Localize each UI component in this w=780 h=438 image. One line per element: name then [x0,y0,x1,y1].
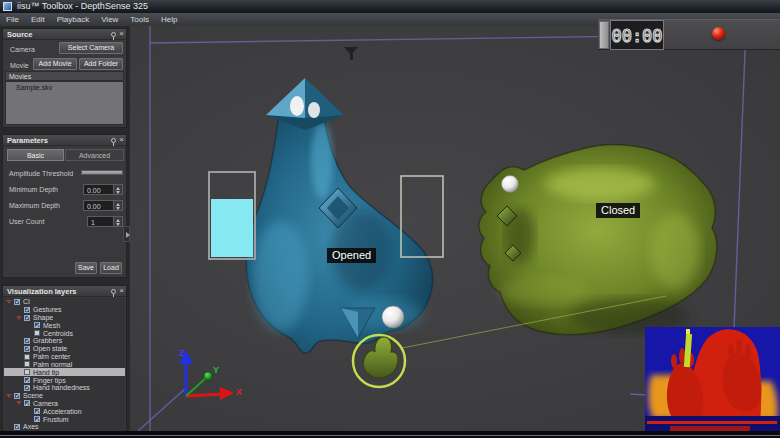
movies-group-header: Movies [5,71,124,81]
tab-basic[interactable]: Basic [7,149,64,161]
add-folder-button[interactable]: Add Folder [79,58,123,70]
filter-icon[interactable] [342,46,360,62]
layer-row-finger-tips[interactable]: Finger tips [4,376,125,384]
layer-label: Shape [33,314,53,321]
x-axis-arrow-icon [220,387,234,400]
amplitude-threshold-slider[interactable] [81,170,123,175]
checkbox-icon[interactable] [24,385,30,391]
checkbox-icon[interactable] [34,408,40,414]
checkbox-icon[interactable] [24,307,30,313]
checkbox-icon[interactable] [24,315,30,321]
parameters-panel: Parameters × Basic Advanced Amplitude Th… [2,134,127,278]
3d-viewport[interactable]: Z X Y [130,26,780,431]
close-icon[interactable]: × [119,136,124,144]
pin-icon[interactable] [111,289,116,294]
checkbox-icon[interactable] [34,322,40,328]
layer-row-palm-normal[interactable]: Palm normal [4,361,125,369]
palm-sphere-marker [382,306,404,328]
checkbox-icon[interactable] [24,400,30,406]
expand-arrow-icon[interactable] [16,401,22,405]
spinner-buttons[interactable] [113,201,122,210]
toolbar-drag-handle[interactable] [599,21,609,49]
pin-icon[interactable] [111,138,116,143]
add-movie-button[interactable]: Add Movie [33,58,77,70]
layer-row-hand-handedness[interactable]: Hand handedness [4,384,125,392]
maximum-depth-input[interactable]: 0.00 [83,200,123,211]
window-title: iisu™ Toolbox - DepthSense 325 [17,0,148,13]
close-icon[interactable]: × [119,287,124,295]
layer-label: Acceleration [43,408,82,415]
menu-view[interactable]: View [95,13,124,26]
layer-row-grabbers[interactable]: Grabbers [4,337,125,345]
layer-row-hand-tip[interactable]: Hand tip [4,368,125,376]
layer-label: Hand tip [33,369,59,376]
checkbox-icon[interactable] [14,393,20,399]
checkbox-icon[interactable] [24,361,30,367]
layer-label: Mesh [43,322,60,329]
checkbox-icon[interactable] [24,377,30,383]
layer-row-open-state[interactable]: Open state [4,345,125,353]
menu-edit[interactable]: Edit [25,13,51,26]
camera-label: Camera [10,46,35,53]
layer-row-camera[interactable]: Camera [4,400,125,408]
closed-hand-mesh [479,145,717,335]
layer-row-centroids[interactable]: Centroids [4,329,125,337]
select-camera-button[interactable]: Select Camera [59,42,123,54]
minimum-depth-label: Minimum Depth [9,186,58,193]
save-button[interactable]: Save [75,262,97,274]
menu-tools[interactable]: Tools [124,13,155,26]
amplitude-threshold-label: Amplitude Threshold [9,170,73,177]
user-count-input[interactable]: 1 [87,216,123,227]
movies-list[interactable]: Sample.skv [5,81,124,125]
layer-label: Finger tips [33,377,66,384]
layer-row-frustum[interactable]: Frustum [4,415,125,423]
parameters-panel-header[interactable]: Parameters × [3,135,126,146]
record-button[interactable] [712,27,725,40]
checkbox-icon[interactable] [34,330,40,336]
layer-row-palm-center[interactable]: Palm center [4,353,125,361]
pin-icon[interactable] [111,32,116,37]
menu-playback[interactable]: Playback [51,13,95,26]
x-axis-label: X [236,387,242,397]
checkbox-icon[interactable] [14,424,20,430]
load-button[interactable]: Load [100,262,122,274]
checkbox-icon[interactable] [24,338,30,344]
checkbox-icon[interactable] [34,416,40,422]
menu-file[interactable]: File [0,13,25,26]
viz-panel-header[interactable]: Visualization layers × [3,286,126,297]
layer-row-acceleration[interactable]: Acceleration [4,407,125,415]
layer-row-axes[interactable]: Axes [4,423,125,431]
title-bar[interactable]: iisu™ Toolbox - DepthSense 325 [0,0,780,13]
checkbox-icon[interactable] [24,369,30,375]
layer-row-scene[interactable]: Scene [4,392,125,400]
spinner-buttons[interactable] [113,185,122,194]
layer-row-gestures[interactable]: Gestures [4,306,125,314]
visualization-layers-panel: Visualization layers × CI Gestures Shape… [2,285,127,431]
expand-arrow-icon[interactable] [6,300,12,304]
layer-label: Gestures [33,306,61,313]
maximum-depth-label: Maximum Depth [9,202,60,209]
layer-label: Palm center [33,353,70,360]
minimum-depth-input[interactable]: 0.00 [83,184,123,195]
app-icon [3,2,12,11]
maximum-depth-value: 0.00 [87,203,101,210]
checkbox-icon[interactable] [24,354,30,360]
expand-arrow-icon[interactable] [6,394,12,398]
user-count-value: 1 [91,219,95,226]
spinner-buttons[interactable] [113,217,122,226]
layer-row-ci[interactable]: CI [4,298,125,306]
expand-arrow-icon[interactable] [16,316,22,320]
close-icon[interactable]: × [119,30,124,38]
checkbox-icon[interactable] [14,299,20,305]
layer-row-shape[interactable]: Shape [4,314,125,322]
sidebar-collapse-handle[interactable] [123,226,130,242]
checkbox-icon[interactable] [24,346,30,352]
menu-help[interactable]: Help [155,13,183,26]
layer-row-mesh[interactable]: Mesh [4,321,125,329]
tab-advanced[interactable]: Advanced [65,149,124,161]
fingertip-marker [290,96,304,116]
movie-list-item[interactable]: Sample.skv [6,82,123,91]
source-panel-header[interactable]: Source × [3,29,126,40]
movie-label: Movie [10,62,29,69]
opened-hand-label: Opened [327,248,376,263]
